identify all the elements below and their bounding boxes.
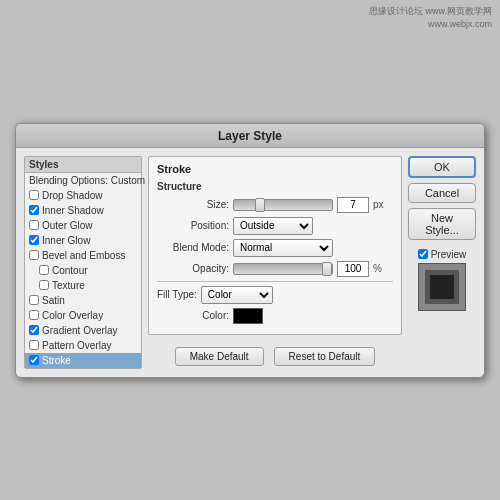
dialog-title: Layer Style: [16, 124, 484, 148]
inner-glow-label: Inner Glow: [42, 235, 90, 246]
opacity-slider[interactable]: [233, 263, 333, 275]
position-select[interactable]: Outside Inside Center: [233, 217, 313, 235]
bottom-buttons: Make Default Reset to Default: [148, 347, 402, 366]
stroke-label: Stroke: [42, 355, 71, 366]
blending-label: Blending Options: Custom: [29, 175, 145, 186]
stroke-section-title: Stroke: [157, 163, 393, 175]
right-buttons-panel: OK Cancel New Style... Preview: [408, 156, 476, 369]
preview-section: Preview: [408, 249, 476, 311]
color-overlay-checkbox[interactable]: [29, 310, 39, 320]
preview-label-row: Preview: [418, 249, 467, 260]
sidebar-item-inner-glow[interactable]: Inner Glow: [25, 233, 141, 248]
sidebar-title: Styles: [25, 157, 141, 173]
blend-mode-label: Blend Mode:: [157, 242, 229, 253]
pattern-overlay-label: Pattern Overlay: [42, 340, 111, 351]
sidebar-item-contour[interactable]: Contour: [25, 263, 141, 278]
main-content: Stroke Structure Size: px Position: Outs…: [148, 156, 402, 369]
sidebar-item-stroke[interactable]: Stroke: [25, 353, 141, 368]
size-input[interactable]: [337, 197, 369, 213]
size-row: Size: px: [157, 197, 393, 213]
size-slider-container: px: [233, 197, 384, 213]
make-default-button[interactable]: Make Default: [175, 347, 264, 366]
texture-label: Texture: [52, 280, 85, 291]
outer-glow-checkbox[interactable]: [29, 220, 39, 230]
stroke-panel: Stroke Structure Size: px Position: Outs…: [148, 156, 402, 335]
sidebar-item-outer-glow[interactable]: Outer Glow: [25, 218, 141, 233]
drop-shadow-label: Drop Shadow: [42, 190, 103, 201]
watermark: 思缘设计论坛 www.网页教学网 www.webjx.com: [369, 5, 492, 30]
inner-shadow-checkbox[interactable]: [29, 205, 39, 215]
gradient-overlay-label: Gradient Overlay: [42, 325, 118, 336]
bevel-emboss-checkbox[interactable]: [29, 250, 39, 260]
sidebar-item-inner-shadow[interactable]: Inner Shadow: [25, 203, 141, 218]
color-swatch[interactable]: [233, 308, 263, 324]
sidebar-item-texture[interactable]: Texture: [25, 278, 141, 293]
opacity-row: Opacity: %: [157, 261, 393, 277]
color-row: Color:: [157, 308, 393, 324]
fill-type-label: Fill Type:: [157, 289, 197, 300]
sidebar-item-gradient-overlay[interactable]: Gradient Overlay: [25, 323, 141, 338]
preview-text: Preview: [431, 249, 467, 260]
opacity-unit: %: [373, 263, 382, 274]
blend-mode-select[interactable]: Normal Multiply Screen: [233, 239, 333, 257]
stroke-checkbox[interactable]: [29, 355, 39, 365]
sidebar-item-bevel-emboss[interactable]: Bevel and Emboss: [25, 248, 141, 263]
preview-checkbox[interactable]: [418, 249, 428, 259]
reset-to-default-button[interactable]: Reset to Default: [274, 347, 376, 366]
sidebar-item-drop-shadow[interactable]: Drop Shadow: [25, 188, 141, 203]
sidebar-item-satin[interactable]: Satin: [25, 293, 141, 308]
bevel-emboss-label: Bevel and Emboss: [42, 250, 125, 261]
inner-glow-checkbox[interactable]: [29, 235, 39, 245]
size-slider[interactable]: [233, 199, 333, 211]
sidebar-item-blending[interactable]: Blending Options: Custom: [25, 173, 141, 188]
sidebar-item-color-overlay[interactable]: Color Overlay: [25, 308, 141, 323]
dialog-body: Styles Blending Options: Custom Drop Sha…: [16, 148, 484, 377]
satin-label: Satin: [42, 295, 65, 306]
gradient-overlay-checkbox[interactable]: [29, 325, 39, 335]
new-style-button[interactable]: New Style...: [408, 208, 476, 240]
ok-button[interactable]: OK: [408, 156, 476, 178]
structure-subtitle: Structure: [157, 181, 393, 192]
satin-checkbox[interactable]: [29, 295, 39, 305]
contour-checkbox[interactable]: [39, 265, 49, 275]
inner-shadow-label: Inner Shadow: [42, 205, 104, 216]
size-label: Size:: [157, 199, 229, 210]
opacity-slider-container: %: [233, 261, 382, 277]
preview-inner: [425, 270, 459, 304]
color-overlay-label: Color Overlay: [42, 310, 103, 321]
color-label: Color:: [157, 310, 229, 321]
layer-style-dialog: Layer Style Styles Blending Options: Cus…: [15, 123, 485, 378]
opacity-label: Opacity:: [157, 263, 229, 274]
drop-shadow-checkbox[interactable]: [29, 190, 39, 200]
preview-box: [418, 263, 466, 311]
fill-type-select[interactable]: Color Gradient Pattern: [201, 286, 273, 304]
position-row: Position: Outside Inside Center: [157, 217, 393, 235]
styles-sidebar: Styles Blending Options: Custom Drop Sha…: [24, 156, 142, 369]
outer-glow-label: Outer Glow: [42, 220, 93, 231]
size-unit: px: [373, 199, 384, 210]
contour-label: Contour: [52, 265, 88, 276]
opacity-input[interactable]: [337, 261, 369, 277]
sidebar-item-pattern-overlay[interactable]: Pattern Overlay: [25, 338, 141, 353]
cancel-button[interactable]: Cancel: [408, 183, 476, 203]
blend-mode-row: Blend Mode: Normal Multiply Screen: [157, 239, 393, 257]
texture-checkbox[interactable]: [39, 280, 49, 290]
fill-type-row: Fill Type: Color Gradient Pattern: [157, 286, 393, 304]
position-label: Position:: [157, 220, 229, 231]
pattern-overlay-checkbox[interactable]: [29, 340, 39, 350]
